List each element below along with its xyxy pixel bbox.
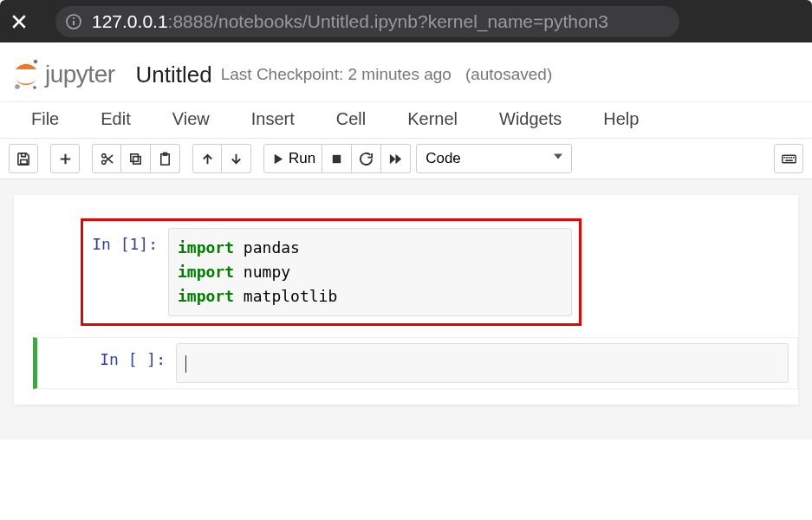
code-line: import pandas [178,236,562,260]
jupyter-logo-icon [12,58,40,91]
arrow-up-icon [200,152,215,166]
code-input[interactable]: import pandas import numpy import matplo… [168,228,572,316]
play-icon [270,152,285,166]
add-cell-button[interactable] [50,144,80,173]
plus-icon [58,152,73,166]
svg-rect-5 [20,159,27,164]
menu-help[interactable]: Help [603,109,639,129]
copy-button[interactable] [121,144,151,173]
code-line: import numpy [178,260,562,284]
svg-point-4 [33,86,36,89]
jupyter-logo-text: jupyter [45,61,115,88]
toolbar: Run Code [0,138,812,179]
paste-button[interactable] [151,144,180,173]
url-bar[interactable]: 127.0.0.1:8888/notebooks/Untitled.ipynb?… [55,6,679,37]
cut-button[interactable] [92,144,121,173]
close-icon[interactable] [7,10,31,34]
run-button[interactable]: Run [263,144,322,173]
cell-type-selected: Code [425,150,461,167]
svg-rect-19 [785,159,793,161]
autosaved-text: (autosaved) [465,65,552,84]
move-down-button[interactable] [222,144,251,173]
notebook-title[interactable]: Untitled [136,62,212,88]
run-button-label: Run [289,150,315,167]
svg-rect-12 [333,154,341,162]
svg-point-3 [15,84,20,89]
svg-point-2 [34,60,38,64]
menu-edit[interactable]: Edit [101,109,130,129]
menu-widgets[interactable]: Widgets [499,109,562,129]
svg-rect-9 [133,156,141,164]
menu-bar: File Edit View Insert Cell Kernel Widget… [0,101,812,138]
menu-view[interactable]: View [172,109,210,129]
svg-rect-14 [783,156,785,158]
svg-rect-18 [792,156,794,158]
info-icon [64,12,83,31]
restart-run-all-button[interactable] [381,144,411,173]
cell-prompt: In [1]: [90,228,168,316]
code-line: import matplotlib [178,284,562,309]
fast-forward-icon [388,152,403,166]
scissors-icon [100,152,114,166]
paste-icon [158,152,172,166]
copy-icon [128,152,143,166]
command-palette-button[interactable] [774,144,803,173]
text-cursor [185,355,186,373]
code-input[interactable] [176,343,789,383]
checkpoint-text: Last Checkpoint: 2 minutes ago [221,65,451,84]
svg-rect-17 [790,156,792,158]
browser-bar: 127.0.0.1:8888/notebooks/Untitled.ipynb?… [0,0,812,42]
cell-type-dropdown[interactable]: Code [416,144,572,173]
restart-button[interactable] [352,144,381,173]
svg-rect-16 [788,156,789,158]
svg-rect-15 [786,156,788,158]
jupyter-logo[interactable]: jupyter [12,58,115,91]
restart-icon [359,152,374,166]
stop-icon [329,152,344,166]
menu-file[interactable]: File [31,109,59,129]
save-button[interactable] [9,144,38,173]
arrow-down-icon [229,152,244,166]
url-text: 127.0.0.1:8888/notebooks/Untitled.ipynb?… [92,11,608,32]
keyboard-icon [782,152,796,166]
jupyter-header: jupyter Untitled Last Checkpoint: 2 minu… [0,42,812,101]
code-cell-2[interactable]: In [ ]: [33,337,798,389]
menu-cell[interactable]: Cell [336,109,366,129]
notebook-container: In [1]: import pandas import numpy impor… [14,195,798,405]
menu-kernel[interactable]: Kernel [407,109,458,129]
svg-rect-8 [131,153,139,161]
menu-insert[interactable]: Insert [251,109,295,129]
svg-point-1 [73,17,75,19]
svg-rect-13 [782,155,795,163]
move-up-button[interactable] [192,144,222,173]
cell-prompt: In [ ]: [41,343,176,383]
notebook-area: In [1]: import pandas import numpy impor… [0,179,812,439]
code-cell-1[interactable]: In [1]: import pandas import numpy impor… [80,218,582,327]
save-icon [16,152,31,166]
interrupt-button[interactable] [322,144,352,173]
